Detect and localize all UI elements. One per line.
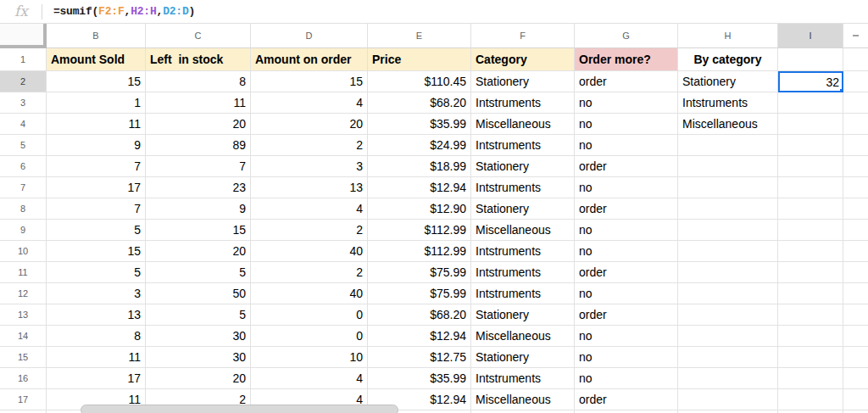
- cell-j15[interactable]: [843, 347, 868, 368]
- cell-c13[interactable]: 5: [146, 304, 251, 326]
- cell-j11[interactable]: [843, 262, 868, 283]
- cell-b5[interactable]: 9: [47, 135, 146, 156]
- cell-j1[interactable]: [843, 48, 868, 71]
- cell-h3[interactable]: Intstruments: [678, 92, 778, 114]
- cell-d1[interactable]: Amount on order: [251, 48, 368, 71]
- column-header-i[interactable]: I: [778, 24, 843, 48]
- cell-d5[interactable]: 2: [251, 135, 368, 156]
- cell-e3[interactable]: $68.20: [368, 92, 471, 114]
- cell-i11[interactable]: [778, 262, 843, 283]
- row-header-14[interactable]: 14: [0, 326, 47, 347]
- cell-i9[interactable]: [778, 220, 843, 241]
- cell-b4[interactable]: 11: [47, 114, 146, 135]
- cell-b1[interactable]: Amount Sold: [47, 48, 146, 71]
- cell-d6[interactable]: 3: [251, 156, 368, 177]
- cell-i3[interactable]: [778, 92, 843, 114]
- cell-f3[interactable]: Intstruments: [471, 92, 575, 114]
- cell-g1[interactable]: Order more?: [575, 48, 678, 71]
- cell-g17[interactable]: order: [575, 389, 678, 410]
- cell-h15[interactable]: [678, 347, 778, 368]
- cell-i7[interactable]: [778, 177, 843, 198]
- select-all-corner[interactable]: [0, 24, 47, 48]
- cell-b2[interactable]: 15: [47, 71, 146, 92]
- cell-e6[interactable]: $18.99: [368, 156, 471, 177]
- cell-h2[interactable]: Stationery: [678, 71, 778, 92]
- column-header-e[interactable]: E: [368, 24, 471, 48]
- cell-f16[interactable]: Intstruments: [471, 368, 575, 389]
- cell-g3[interactable]: no: [575, 92, 678, 114]
- column-header-h[interactable]: H: [678, 24, 778, 48]
- cell-b11[interactable]: 5: [47, 262, 146, 283]
- cell-c7[interactable]: 23: [146, 177, 251, 198]
- cell-j7[interactable]: [843, 177, 868, 198]
- cell-e5[interactable]: $24.99: [368, 135, 471, 156]
- cell-f14[interactable]: Miscellaneous: [471, 326, 575, 347]
- cell-c12[interactable]: 50: [146, 283, 251, 304]
- cell-f6[interactable]: Stationery: [471, 156, 575, 177]
- cell-g13[interactable]: order: [575, 304, 678, 326]
- cell-d16[interactable]: 4: [251, 368, 368, 389]
- cell-c9[interactable]: 15: [146, 220, 251, 241]
- cell-e7[interactable]: $12.94: [368, 177, 471, 198]
- cell-b10[interactable]: 15: [47, 241, 146, 262]
- cell-i5[interactable]: [778, 135, 843, 156]
- column-header-g[interactable]: G: [575, 24, 678, 48]
- cell-e10[interactable]: $112.99: [368, 241, 471, 262]
- cell-c10[interactable]: 20: [146, 241, 251, 262]
- row-header-2[interactable]: 2: [0, 71, 47, 92]
- cell-i15[interactable]: [778, 347, 843, 368]
- cell-e1[interactable]: Price: [368, 48, 471, 71]
- cell-j4[interactable]: [843, 114, 868, 135]
- cell-d9[interactable]: 2: [251, 220, 368, 241]
- cell-b7[interactable]: 17: [47, 177, 146, 198]
- row-header-1[interactable]: 1: [0, 48, 47, 71]
- cell-f15[interactable]: Stationery: [471, 347, 575, 368]
- cell-h16[interactable]: [678, 368, 778, 389]
- cell-i6[interactable]: [778, 156, 843, 177]
- cell-c11[interactable]: 5: [146, 262, 251, 283]
- row-header-16[interactable]: 16: [0, 368, 47, 389]
- row-header-6[interactable]: 6: [0, 156, 47, 177]
- cell-d10[interactable]: 40: [251, 241, 368, 262]
- cell-h13[interactable]: [678, 304, 778, 326]
- cell-i14[interactable]: [778, 326, 843, 347]
- cell-b13[interactable]: 13: [47, 304, 146, 326]
- cell-i4[interactable]: [778, 114, 843, 135]
- cell-h14[interactable]: [678, 326, 778, 347]
- cell-h9[interactable]: [678, 220, 778, 241]
- cell-c15[interactable]: 30: [146, 347, 251, 368]
- row-header-9[interactable]: 9: [0, 220, 47, 241]
- column-header-f[interactable]: F: [471, 24, 575, 48]
- cell-b3[interactable]: 1: [47, 92, 146, 114]
- row-header-4[interactable]: 4: [0, 114, 47, 135]
- cell-b15[interactable]: 11: [47, 347, 146, 368]
- cell-i10[interactable]: [778, 241, 843, 262]
- cell-e2[interactable]: $110.45: [368, 71, 471, 92]
- cell-h6[interactable]: [678, 156, 778, 177]
- cell-j9[interactable]: [843, 220, 868, 241]
- row-header-12[interactable]: 12: [0, 283, 47, 304]
- cell-j13[interactable]: [843, 304, 868, 326]
- cell-h7[interactable]: [678, 177, 778, 198]
- cell-d7[interactable]: 13: [251, 177, 368, 198]
- cell-g11[interactable]: order: [575, 262, 678, 283]
- cell-e15[interactable]: $12.75: [368, 347, 471, 368]
- cell-i8[interactable]: [778, 198, 843, 220]
- cell-c14[interactable]: 30: [146, 326, 251, 347]
- row-header-15[interactable]: 15: [0, 347, 47, 368]
- cell-h17[interactable]: [678, 389, 778, 410]
- cell-e11[interactable]: $75.99: [368, 262, 471, 283]
- cell-g2[interactable]: order: [575, 71, 678, 92]
- row-header-5[interactable]: 5: [0, 135, 47, 156]
- cell-j8[interactable]: [843, 198, 868, 220]
- cell-h11[interactable]: [678, 262, 778, 283]
- cell-b14[interactable]: 8: [47, 326, 146, 347]
- cell-j17[interactable]: [843, 389, 868, 410]
- cell-c4[interactable]: 20: [146, 114, 251, 135]
- fill-handle[interactable]: [839, 88, 843, 92]
- cell-h1[interactable]: By category: [678, 48, 778, 71]
- cell-g10[interactable]: no: [575, 241, 678, 262]
- cell-f10[interactable]: Intstruments: [471, 241, 575, 262]
- cell-c1[interactable]: Left in stock: [146, 48, 251, 71]
- cell-i12[interactable]: [778, 283, 843, 304]
